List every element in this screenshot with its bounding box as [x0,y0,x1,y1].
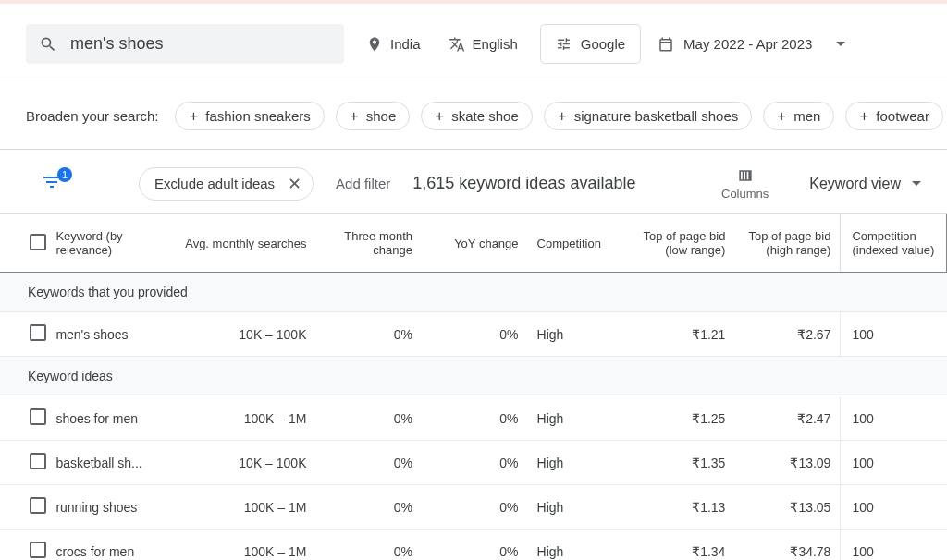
cell-yoy: 0% [422,441,528,485]
cell-ams: 10K – 100K [162,441,316,485]
cell-keyword: basketball sh... [55,441,162,485]
columns-icon [735,166,756,185]
cell-idx: 100 [841,485,947,530]
cell-idx: 100 [841,441,947,485]
search-network-selector[interactable]: Google [540,24,641,64]
chip-label: skate shoe [451,108,519,124]
cell-keyword: crocs for men [55,530,162,561]
cell-bid-high: ₹2.47 [734,396,841,441]
chip-label: shoe [366,108,397,124]
cell-idx: 100 [841,312,947,357]
cell-idx: 100 [841,530,947,561]
ideas-available-text: 1,615 keyword ideas available [412,174,635,193]
active-filter-chip[interactable]: Exclude adult ideas ✕ [139,167,314,201]
cell-competition: High [528,441,624,485]
cell-bid-low: ₹1.35 [624,441,735,485]
col-tmc[interactable]: Three month change [315,214,422,273]
col-bid-high[interactable]: Top of page bid (high range) [734,214,841,273]
translate-icon [449,36,465,53]
row-checkbox[interactable] [30,453,46,469]
col-ams[interactable]: Avg. monthly searches [162,214,316,273]
location-icon [366,36,383,53]
cell-ams: 100K – 1M [162,485,316,530]
cell-bid-high: ₹34.78 [734,530,841,561]
broaden-chip[interactable]: +fashion sneakers [175,102,324,130]
row-checkbox[interactable] [30,324,46,341]
table-row: running shoes100K – 1M0%0%High₹1.13₹13.0… [0,485,947,530]
tune-icon [556,36,572,52]
cell-keyword: running shoes [55,485,162,530]
cell-bid-low: ₹1.13 [624,485,735,530]
view-label: Keyword view [809,176,901,192]
cell-competition: High [528,485,624,530]
table-row: crocs for men100K – 1M0%0%High₹1.34₹34.7… [0,530,947,561]
cell-bid-high: ₹13.05 [734,485,841,530]
toolbar: men's shoes India English Google May 202… [0,4,947,79]
language-selector[interactable]: English [443,29,523,60]
row-checkbox[interactable] [30,542,46,558]
cell-bid-low: ₹1.34 [624,530,735,561]
chip-label: footwear [876,108,929,124]
col-bid-low[interactable]: Top of page bid (low range) [624,214,735,273]
table-row: basketball sh...10K – 100K0%0%High₹1.35₹… [0,441,947,485]
add-filter-button[interactable]: Add filter [336,176,390,191]
broaden-label: Broaden your search: [26,108,158,124]
keywords-table: Keyword (by relevance) Avg. monthly sear… [0,214,947,560]
plus-icon: + [350,108,359,124]
col-yoy[interactable]: YoY change [422,214,528,273]
chevron-down-icon [836,42,845,46]
table-section-header: Keyword ideas [0,357,947,396]
col-keyword[interactable]: Keyword (by relevance) [55,214,162,273]
row-checkbox[interactable] [30,497,46,514]
location-selector[interactable]: India [361,29,426,60]
cell-bid-low: ₹1.21 [624,312,735,357]
row-checkbox[interactable] [30,408,46,425]
table-section-header: Keywords that you provided [0,273,947,312]
broaden-chip[interactable]: +footwear [845,102,942,130]
cell-yoy: 0% [422,530,528,561]
cell-tmc: 0% [315,530,422,561]
cell-tmc: 0% [315,441,422,485]
date-range-label: May 2022 - Apr 2023 [683,36,812,52]
cell-yoy: 0% [422,312,528,357]
date-range-selector[interactable]: May 2022 - Apr 2023 [658,36,845,53]
cell-competition: High [528,396,624,441]
cell-bid-high: ₹13.09 [734,441,841,485]
chevron-down-icon [912,181,921,186]
cell-ams: 100K – 1M [162,396,316,441]
search-text: men's shoes [70,34,164,54]
broaden-chip[interactable]: +signature basketball shoes [544,102,753,130]
cell-yoy: 0% [422,396,528,441]
filter-chip-label: Exclude adult ideas [154,176,275,191]
keyword-view-selector[interactable]: Keyword view [809,176,921,192]
columns-label: Columns [721,187,769,201]
table-row: men's shoes10K – 100K0%0%High₹1.21₹2.671… [0,312,947,357]
chip-label: fashion sneakers [205,108,310,124]
broaden-chip[interactable]: +men [763,102,834,130]
col-idx[interactable]: Competition (indexed value) [841,214,947,273]
filter-count-badge: 1 [57,167,72,182]
cell-yoy: 0% [422,485,528,530]
cell-ams: 100K – 1M [162,530,316,561]
engine-label: Google [581,36,625,52]
cell-bid-low: ₹1.25 [624,396,735,441]
broaden-chip[interactable]: +shoe [336,102,410,130]
search-icon [39,35,57,54]
columns-button[interactable]: Columns [721,166,769,201]
chip-label: men [793,108,820,124]
plus-icon: + [859,108,868,124]
cell-tmc: 0% [315,396,422,441]
filter-row: 1 Exclude adult ideas ✕ Add filter 1,615… [0,150,947,214]
col-competition[interactable]: Competition [528,214,624,273]
table-row: shoes for men100K – 1M0%0%High₹1.25₹2.47… [0,396,947,441]
close-icon[interactable]: ✕ [284,174,305,194]
broaden-chip[interactable]: +skate shoe [421,102,532,130]
table-header-row: Keyword (by relevance) Avg. monthly sear… [0,214,947,273]
language-label: English [473,36,518,52]
select-all-checkbox[interactable] [30,234,46,250]
cell-keyword: men's shoes [55,312,162,357]
plus-icon: + [189,108,198,124]
cell-ams: 10K – 100K [162,312,316,357]
search-input[interactable]: men's shoes [26,24,344,64]
filter-button[interactable]: 1 [41,171,67,197]
